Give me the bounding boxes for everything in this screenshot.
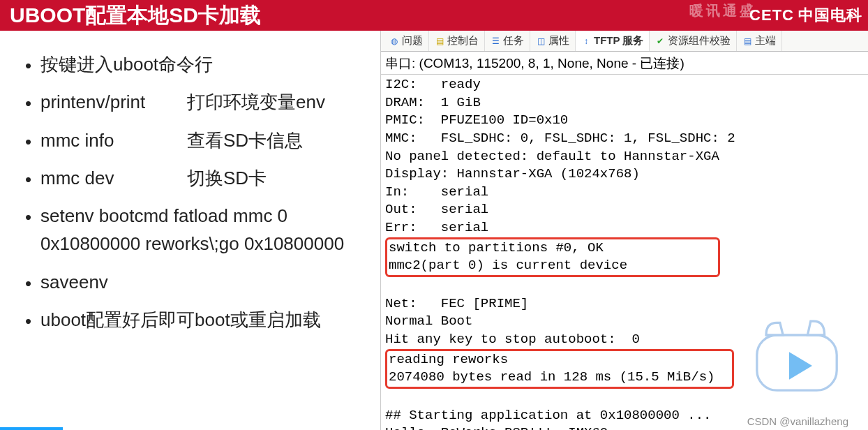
bullet-panel: 按键进入uboot命令行printenv/print打印环境变量envmmc i… bbox=[0, 31, 380, 430]
bullet-item: mmc dev切换SD卡 bbox=[25, 164, 376, 192]
video-progress-bar[interactable] bbox=[0, 427, 63, 430]
ide-tab[interactable]: ✔资源组件校验 bbox=[650, 31, 737, 51]
bullet-item: mmc info查看SD卡信息 bbox=[25, 126, 376, 154]
brand-sub-overlay: 暖讯通盛 bbox=[689, 1, 756, 20]
ide-tab[interactable]: ◫属性 bbox=[530, 31, 576, 51]
tab-label: 资源组件校验 bbox=[668, 34, 731, 47]
watermark-text: CSDN @vanillazheng bbox=[747, 415, 848, 427]
ide-tab[interactable]: ▤控制台 bbox=[429, 31, 485, 51]
video-play-overlay[interactable] bbox=[748, 320, 846, 396]
bullet-item: uboot配置好后即可boot或重启加载 bbox=[25, 306, 376, 334]
bullet-description: 查看SD卡信息 bbox=[187, 130, 303, 151]
brand-block: CETC 中国电科 bbox=[749, 5, 862, 26]
ide-tabs: ◍问题▤控制台☰任务◫属性↕TFTP 服务✔资源组件校验▤主端 bbox=[381, 31, 868, 52]
brand-text: 中国电科 bbox=[798, 5, 862, 26]
tab-label: TFTP 服务 bbox=[594, 34, 643, 47]
console-highlight: switch to partitions #0, OK mmc2(part 0)… bbox=[385, 237, 720, 277]
bullet-item: printenv/print打印环境变量env bbox=[25, 88, 376, 116]
tab-icon: ▤ bbox=[742, 36, 752, 46]
tab-icon: ✔ bbox=[655, 36, 665, 46]
bullet-list: 按键进入uboot命令行printenv/print打印环境变量envmmc i… bbox=[25, 50, 376, 334]
tab-label: 控制台 bbox=[447, 34, 479, 47]
ide-tab[interactable]: ◍问题 bbox=[384, 31, 429, 51]
bullet-item: saveenv bbox=[25, 268, 376, 296]
serial-status: 串口: (COM13, 115200, 8, 1, None, None - 已… bbox=[381, 52, 868, 75]
main-content: 按键进入uboot命令行printenv/print打印环境变量envmmc i… bbox=[0, 31, 868, 430]
ide-tab[interactable]: ▤主端 bbox=[737, 31, 782, 51]
slide-header: UBOOT配置本地SD卡加载 CETC 中国电科 暖讯通盛 bbox=[0, 0, 868, 31]
tab-icon: ↕ bbox=[581, 36, 591, 46]
console-highlight: reading reworks 2074080 bytes read in 12… bbox=[385, 349, 734, 389]
bullet-item: setenv bootcmd fatload mmc 0 0x10800000 … bbox=[25, 202, 376, 258]
tab-icon: ▤ bbox=[435, 36, 444, 46]
tab-icon: ◫ bbox=[536, 36, 546, 46]
bullet-command: mmc dev bbox=[40, 164, 187, 192]
slide-title: UBOOT配置本地SD卡加载 bbox=[10, 1, 261, 30]
bullet-item: 按键进入uboot命令行 bbox=[25, 50, 376, 78]
bullet-description: 切换SD卡 bbox=[187, 168, 267, 188]
tab-icon: ◍ bbox=[389, 36, 399, 46]
tab-label: 问题 bbox=[402, 34, 423, 47]
ide-tab[interactable]: ☰任务 bbox=[485, 31, 530, 51]
tab-label: 属性 bbox=[548, 34, 569, 47]
tab-label: 主端 bbox=[755, 34, 776, 47]
tab-label: 任务 bbox=[503, 34, 524, 47]
bullet-command: mmc info bbox=[40, 126, 187, 154]
tab-icon: ☰ bbox=[491, 36, 500, 46]
bullet-command: printenv/print bbox=[40, 88, 187, 116]
ide-tab[interactable]: ↕TFTP 服务 bbox=[576, 31, 650, 51]
bullet-description: 打印环境变量env bbox=[187, 91, 325, 112]
